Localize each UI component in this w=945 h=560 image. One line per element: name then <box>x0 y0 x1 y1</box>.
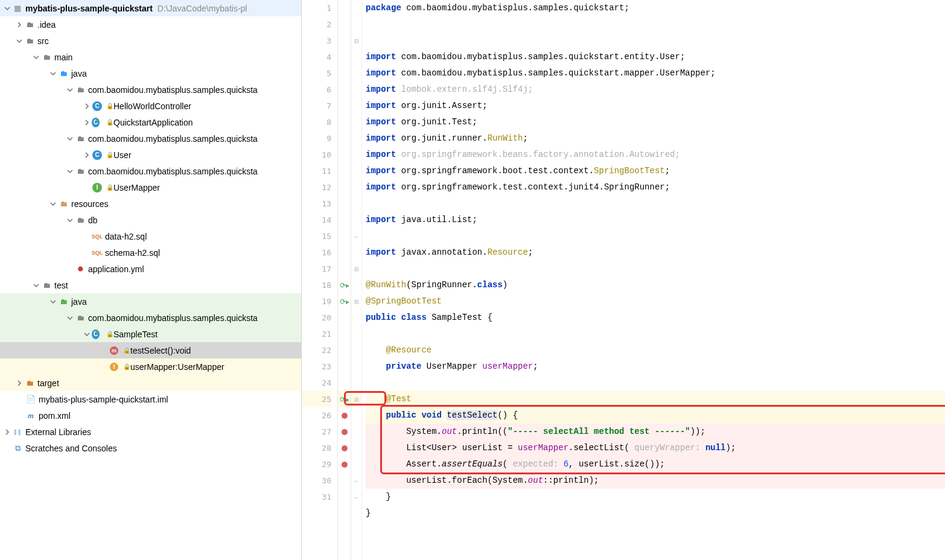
chevron-down-icon[interactable] <box>2 5 12 11</box>
tree-item-java[interactable]: 🖿 java <box>0 65 301 81</box>
tree-item-sql[interactable]: SQL data-h2.sql <box>0 228 301 244</box>
breakpoint[interactable] <box>338 407 351 424</box>
run-marker[interactable]: ⟳▸ <box>338 293 351 310</box>
tree-item-package[interactable]: 🖿 com.baomidou.mybatisplus.samples.quick… <box>0 81 301 98</box>
line-number: 7 <box>302 98 331 114</box>
fold-gutter: ⊟ ⌐ ⊟ ⊟ ⊟ ⌐ ⌐ <box>351 0 362 560</box>
tree-item-scratches[interactable]: ⧉ Scratches and Consoles <box>0 440 301 456</box>
chevron-down-icon[interactable] <box>31 282 41 288</box>
tree-item-extlib[interactable]: ⫿⫿ External Libraries <box>0 424 301 440</box>
chevron-down-icon[interactable] <box>48 201 58 207</box>
tree-item-idea[interactable]: 🖿 .idea <box>0 16 301 33</box>
chevron-down-icon[interactable] <box>82 331 92 337</box>
test-folder-icon: 🖿 <box>58 296 69 307</box>
line-number: 31 <box>302 489 331 505</box>
tree-item-method[interactable]: m 🔒 testSelect():void <box>0 342 301 358</box>
tree-item-package[interactable]: 🖿 com.baomidou.mybatisplus.samples.quick… <box>0 163 301 179</box>
package-icon: 🖿 <box>75 84 86 95</box>
chevron-down-icon[interactable] <box>48 299 58 305</box>
field-icon: f <box>109 361 119 372</box>
fold-close-icon[interactable]: ⌐ <box>351 472 361 489</box>
line-number: 30 <box>302 472 331 489</box>
package-icon: 🖿 <box>75 313 86 323</box>
chevron-down-icon[interactable] <box>65 87 75 93</box>
tree-label: target <box>37 378 59 388</box>
file-icon: 📄 <box>25 394 36 405</box>
chevron-down-icon[interactable] <box>65 136 75 142</box>
chevron-down-icon[interactable] <box>14 38 24 44</box>
folder-icon: 🖿 <box>75 215 86 226</box>
run-marker[interactable]: ⟳▸ <box>338 277 351 293</box>
line-number: 12 <box>302 179 331 196</box>
project-tree[interactable]: ▦ mybatis-plus-sample-quickstart D:\Java… <box>0 0 302 560</box>
tree-item-test[interactable]: 🖿 test <box>0 277 301 293</box>
code-area[interactable]: packagepackage com.baomidou.mybatisplus.… <box>362 0 945 560</box>
breakpoint[interactable] <box>338 424 351 440</box>
run-marker[interactable]: ⟳▸ <box>338 391 351 407</box>
chevron-right-icon[interactable] <box>14 380 24 386</box>
tree-item-field[interactable]: f 🔒 userMapper:UserMapper <box>0 358 301 375</box>
fold-close-icon[interactable]: ⌐ <box>351 489 361 505</box>
tree-label: .idea <box>37 20 56 30</box>
chevron-down-icon[interactable] <box>65 315 75 321</box>
chevron-down-icon[interactable] <box>65 168 75 174</box>
code-editor[interactable]: 1 2 3 4 5 6 7 8 9 10 11 12 13 14 15 16 1… <box>302 0 945 560</box>
tree-label: data-h2.sql <box>105 232 147 241</box>
package-icon: 🖿 <box>75 133 86 144</box>
folder-icon: 🖿 <box>41 52 52 63</box>
tree-item-db[interactable]: 🖿 db <box>0 212 301 228</box>
chevron-right-icon[interactable] <box>82 103 92 109</box>
chevron-down-icon[interactable] <box>48 71 58 77</box>
line-number: 4 <box>302 49 331 65</box>
breakpoint[interactable] <box>338 456 351 472</box>
line-number: 20 <box>302 310 331 326</box>
tree-item-java-test[interactable]: 🖿 java <box>0 293 301 310</box>
tree-label: Scratches and Consoles <box>25 444 117 453</box>
tree-item-class[interactable]: C▸ 🔒 QuickstartApplication <box>0 114 301 130</box>
tree-item-pom[interactable]: m pom.xml <box>0 407 301 424</box>
tree-item-interface[interactable]: I 🔒 UserMapper <box>0 179 301 196</box>
tree-root[interactable]: ▦ mybatis-plus-sample-quickstart D:\Java… <box>0 0 301 16</box>
breakpoint[interactable] <box>338 440 351 456</box>
tree-item-class[interactable]: C 🔒 User <box>0 147 301 163</box>
fold-open-icon[interactable]: ⊟ <box>351 261 361 277</box>
tree-label: test <box>54 281 68 290</box>
tree-item-class[interactable]: C 🔒 HelloWorldController <box>0 98 301 114</box>
tree-item-resources[interactable]: 🖿 resources <box>0 196 301 212</box>
package-icon: 🖿 <box>75 166 86 177</box>
line-number-gutter: 1 2 3 4 5 6 7 8 9 10 11 12 13 14 15 16 1… <box>302 0 338 560</box>
line-number: 29 <box>302 456 331 472</box>
library-icon: ⫿⫿ <box>12 427 23 438</box>
tree-item-target[interactable]: 🖿 target <box>0 375 301 391</box>
class-icon: C <box>92 101 103 112</box>
chevron-right-icon[interactable] <box>82 152 92 158</box>
tree-label: HelloWorldController <box>113 101 191 111</box>
tree-item-yml[interactable]: ⬣ application.yml <box>0 261 301 277</box>
tree-item-src[interactable]: 🖿 src <box>0 33 301 49</box>
tree-item-sql[interactable]: SQL schema-h2.sql <box>0 244 301 261</box>
fold-open-icon[interactable]: ⊟ <box>351 293 361 310</box>
lock-icon: 🔒 <box>106 184 113 191</box>
chevron-down-icon[interactable] <box>31 54 41 60</box>
lock-icon: 🔒 <box>106 103 113 109</box>
tree-item-iml[interactable]: 📄 mybatis-plus-sample-quickstart.iml <box>0 391 301 407</box>
class-run-icon: C▸ <box>92 329 103 340</box>
chevron-right-icon[interactable] <box>2 429 12 435</box>
line-number: 9 <box>302 130 331 147</box>
tree-item-class[interactable]: C▸ 🔒 SampleTest <box>0 326 301 342</box>
tree-item-package[interactable]: 🖿 com.baomidou.mybatisplus.samples.quick… <box>0 310 301 326</box>
tree-path: D:\JavaCode\mybatis-pl <box>158 4 247 13</box>
lock-icon: 🔒 <box>123 363 130 370</box>
chevron-right-icon[interactable] <box>82 119 92 126</box>
tree-item-package[interactable]: 🖿 com.baomidou.mybatisplus.samples.quick… <box>0 130 301 147</box>
tree-label: com.baomidou.mybatisplus.samples.quickst… <box>88 313 258 323</box>
tree-item-main[interactable]: 🖿 main <box>0 49 301 65</box>
line-number: 6 <box>302 81 331 98</box>
fold-open-icon[interactable]: ⊟ <box>351 33 361 49</box>
fold-close-icon[interactable]: ⌐ <box>351 228 361 244</box>
tree-label: resources <box>71 199 108 209</box>
chevron-right-icon[interactable] <box>14 22 24 28</box>
tree-label: UserMapper <box>113 183 160 192</box>
chevron-down-icon[interactable] <box>65 217 75 223</box>
fold-open-icon[interactable]: ⊟ <box>351 391 361 407</box>
